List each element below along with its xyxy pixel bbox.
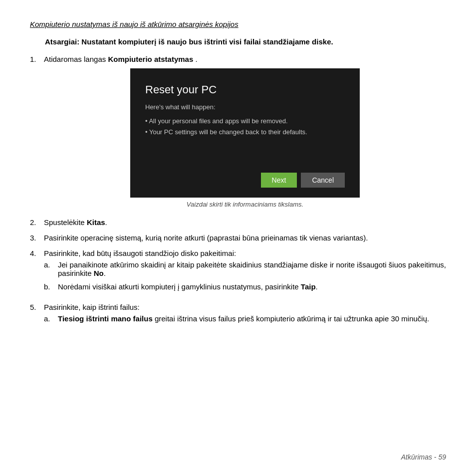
step-4b: b. Norėdami visiškai atkurti kompiuterį … <box>44 282 446 291</box>
step-4b-text: Norėdami visiškai atkurti kompiuterį į g… <box>58 282 318 291</box>
step-4b-letter: b. <box>44 282 58 291</box>
next-button[interactable]: Next <box>261 173 297 188</box>
pc-reset-buttons: Next Cancel <box>145 168 345 188</box>
cancel-button[interactable]: Cancel <box>301 173 345 188</box>
step-4-text: Pasirinkite, kad būtų išsaugoti standžio… <box>44 249 236 257</box>
bullet-2: • Your PC settings will be changed back … <box>145 127 345 138</box>
step-1-text-before: Atidaromas langas <box>44 55 108 63</box>
steps-list: 1. Atidaromas langas Kompiuterio atstaty… <box>30 55 446 328</box>
step-1-text-after: . <box>193 55 197 63</box>
step-3: 3. Pasirinkite operacinę sistemą, kurią … <box>30 234 446 242</box>
step-4-sublist: a. Jei panaikinote atkūrimo skaidinį ar … <box>44 260 446 291</box>
step-4a-letter: a. <box>44 260 58 269</box>
pc-reset-bullets: • All your personal files and apps will … <box>145 116 345 138</box>
step-3-text: Pasirinkite operacinę sistemą, kurią nor… <box>44 234 368 242</box>
screenshot-caption: Vaizdai skirti tik informaciniams tiksla… <box>187 201 303 208</box>
pc-reset-subtitle: Here's what will happen: <box>145 103 345 111</box>
step-5: 5. Pasirinkite, kaip ištrinti failus: a.… <box>30 303 446 328</box>
step-2-number: 2. <box>30 218 44 227</box>
step-1-bold: Kompiuterio atstatymas <box>108 55 193 63</box>
warning-text: Atsargiai: Nustatant kompiuterį iš naujo… <box>45 37 333 46</box>
step-4b-bold: Taip <box>301 282 316 291</box>
pc-reset-window: Reset your PC Here's what will happen: •… <box>130 68 360 198</box>
step-4: 4. Pasirinkite, kad būtų išsaugoti stand… <box>30 249 446 296</box>
step-4a: a. Jei panaikinote atkūrimo skaidinį ar … <box>44 260 446 277</box>
step-3-content: Pasirinkite operacinę sistemą, kurią nor… <box>44 234 446 242</box>
page-footer: Atkūrimas - 59 <box>401 453 446 461</box>
step-4a-bold: No <box>94 269 104 277</box>
step-5-sublist: a. Tiesiog ištrinti mano failus greitai … <box>44 314 446 323</box>
step-5a: a. Tiesiog ištrinti mano failus greitai … <box>44 314 446 323</box>
step-5a-bold: Tiesiog ištrinti mano failus <box>58 314 153 323</box>
warning-box: Atsargiai: Nustatant kompiuterį iš naujo… <box>45 37 446 46</box>
step-4b-content: Norėdami visiškai atkurti kompiuterį į g… <box>58 282 446 291</box>
step-4a-content: Jei panaikinote atkūrimo skaidinį ar kit… <box>58 260 446 277</box>
step-4-content: Pasirinkite, kad būtų išsaugoti standžio… <box>44 249 446 296</box>
step-2: 2. Spustelėkite Kitas. <box>30 218 446 227</box>
screenshot-container: Reset your PC Here's what will happen: •… <box>44 68 446 208</box>
step-1: 1. Atidaromas langas Kompiuterio atstaty… <box>30 55 446 211</box>
step-3-number: 3. <box>30 234 44 242</box>
page-title: Kompiuterio nustatymas iš naujo iš atkūr… <box>30 20 446 28</box>
step-2-bold: Kitas <box>87 218 105 227</box>
step-5a-text: greitai ištrina visus failus prieš kompi… <box>153 314 429 323</box>
step-4a-text: Jei panaikinote atkūrimo skaidinį ar kit… <box>58 260 446 277</box>
step-1-content: Atidaromas langas Kompiuterio atstatymas… <box>44 55 446 211</box>
step-2-content: Spustelėkite Kitas. <box>44 218 446 227</box>
step-5a-letter: a. <box>44 314 58 323</box>
bullet-1: • All your personal files and apps will … <box>145 116 345 127</box>
step-1-number: 1. <box>30 55 44 63</box>
pc-reset-window-title: Reset your PC <box>145 83 345 96</box>
step-4-number: 4. <box>30 249 44 257</box>
step-5-number: 5. <box>30 303 44 311</box>
step-5a-content: Tiesiog ištrinti mano failus greitai išt… <box>58 314 446 323</box>
step-5-content: Pasirinkite, kaip ištrinti failus: a. Ti… <box>44 303 446 328</box>
step-2-text: Spustelėkite Kitas. <box>44 218 107 227</box>
step-5-text: Pasirinkite, kaip ištrinti failus: <box>44 303 140 311</box>
